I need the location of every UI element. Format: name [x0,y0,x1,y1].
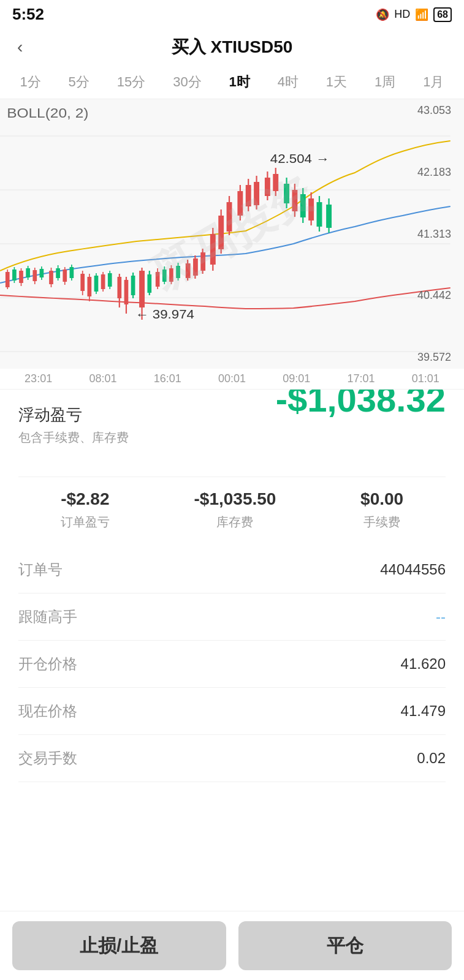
order-loss-label: 订单盈亏 [61,514,110,530]
back-button[interactable]: ‹ [12,35,28,59]
follow-master-label: 跟随高手 [18,607,77,627]
open-price-row: 开仓价格 41.620 [18,641,446,688]
tab-5min[interactable]: 5分 [64,70,94,94]
info-section: 订单号 44044556 跟随高手 -- 开仓价格 41.620 现在价格 41… [0,540,464,788]
handling-fee-label: 手续费 [363,514,400,530]
time-label-5: 09:01 [283,372,310,385]
pnl-section: 浮动盈亏 包含手续费、库存费 -$1,038.32 -$2.82 订单盈亏 -$… [0,390,464,540]
tab-4h[interactable]: 4时 [273,70,303,94]
trade-lots-row: 交易手数 0.02 [18,735,446,782]
signal-icon: 📶 [415,8,428,21]
open-price-label: 开仓价格 [18,654,77,674]
time-label-1: 23:01 [25,372,52,385]
order-number-value: 44044556 [380,561,446,578]
tab-1h[interactable]: 1时 [224,70,255,94]
price-label-2: 42.183 [417,166,462,179]
order-number-label: 订单号 [18,560,63,579]
order-number-row: 订单号 44044556 [18,546,446,594]
trade-lots-label: 交易手数 [18,748,77,768]
price-label-3: 41.313 [417,228,462,241]
trade-lots-value: 0.02 [417,750,446,767]
pnl-order-loss: -$2.82 订单盈亏 [61,489,110,530]
tab-1min[interactable]: 1分 [15,70,45,94]
order-loss-value: -$2.82 [61,489,109,509]
follow-master-value: -- [436,608,446,625]
status-time: 5:52 [12,5,44,24]
mute-icon: 🔕 [376,8,389,21]
current-price-row: 现在价格 41.479 [18,688,446,735]
open-price-value: 41.620 [401,655,446,673]
status-icons: 🔕 HD 📶 68 [376,7,452,22]
battery-level: 68 [433,7,452,22]
pnl-subtitle: 包含手续费、库存费 [18,429,129,446]
page-title: 买入 XTIUSD50 [172,36,293,59]
time-label-4: 00:01 [218,372,246,385]
status-bar: 5:52 🔕 HD 📶 68 [0,0,464,29]
tab-15min[interactable]: 15分 [112,70,150,94]
price-label-1: 43.053 [417,104,462,117]
handling-fee-value: $0.00 [360,489,403,509]
hd-badge: HD [394,8,410,21]
time-label-2: 08:01 [89,372,116,385]
time-labels: 23:01 08:01 16:01 00:01 09:01 17:01 01:0… [0,369,464,390]
tab-30min[interactable]: 30分 [168,70,206,94]
follow-master-row: 跟随高手 -- [18,594,446,641]
tab-1d[interactable]: 1天 [321,70,352,94]
price-label-4: 40.442 [417,289,462,302]
time-label-7: 01:01 [412,372,439,385]
pnl-title: 浮动盈亏 [18,404,129,426]
svg-text:← 39.974: ← 39.974 [135,307,194,321]
svg-text:BOLL(20, 2): BOLL(20, 2) [7,105,88,121]
header: ‹ 买入 XTIUSD50 [0,29,464,66]
tab-1w[interactable]: 1周 [370,70,400,94]
time-label-6: 17:01 [348,372,375,385]
chart-svg: BOLL(20, 2) 42.504 → ← 39.974 [0,99,464,369]
pnl-breakdown: -$2.82 订单盈亏 -$1,035.50 库存费 $0.00 手续费 [18,477,446,530]
time-label-3: 16:01 [154,372,181,385]
close-position-button[interactable]: 平仓 [238,921,452,970]
bottom-buttons: 止损/止盈 平仓 [0,911,464,980]
chart-wrapper: 斑马投资 43.053 42.183 41.313 40.442 39.572 [0,99,464,390]
current-price-label: 现在价格 [18,701,77,721]
current-price-value: 41.479 [401,703,446,720]
stop-loss-button[interactable]: 止损/止盈 [12,921,226,970]
tab-1m[interactable]: 1月 [418,70,449,94]
period-tabs: 1分 5分 15分 30分 1时 4时 1天 1周 1月 [0,66,464,99]
svg-text:42.504 →: 42.504 → [270,152,330,165]
pnl-handling-fee: $0.00 手续费 [360,489,403,530]
storage-fee-label: 库存费 [216,514,253,530]
price-label-5: 39.572 [417,351,462,364]
pnl-storage-fee: -$1,035.50 库存费 [194,489,276,530]
price-labels: 43.053 42.183 41.313 40.442 39.572 [415,99,464,369]
storage-fee-value: -$1,035.50 [194,489,276,509]
chart-container[interactable]: 斑马投资 43.053 42.183 41.313 40.442 39.572 [0,99,464,369]
